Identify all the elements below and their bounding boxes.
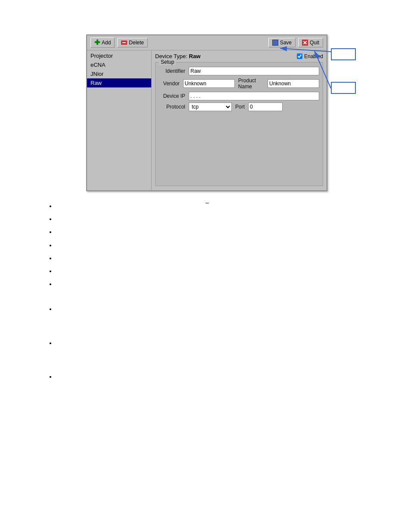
setup-group-title: Setup [159, 59, 176, 65]
save-button[interactable]: Save [268, 38, 296, 47]
device-ip-label: Device IP [159, 93, 187, 99]
bullet-list [43, 202, 345, 381]
device-type-prefix: Device Type: [155, 53, 187, 59]
add-button[interactable]: ✚ Add [90, 37, 115, 48]
device-ip-row: Device IP [159, 92, 319, 100]
setup-spacer [159, 113, 319, 182]
bullet-item-5 [56, 255, 345, 262]
list-item-ecna[interactable]: eCNA [87, 60, 151, 69]
identifier-row: Identifier [159, 67, 319, 75]
bullet-item-9 [56, 339, 345, 347]
product-name-label: Product Name [237, 78, 266, 90]
delete-icon [121, 40, 127, 45]
toolbar: ✚ Add Delete Save Quit [87, 35, 327, 50]
delete-label: Delete [129, 40, 144, 46]
device-type-header: Device Type: Raw Enabled [155, 53, 323, 59]
enabled-control: Enabled [297, 53, 323, 59]
setup-group: Setup Identifier Vendor Product Name Dev… [155, 62, 323, 186]
quit-button[interactable]: Quit [298, 38, 323, 47]
enabled-label: Enabled [304, 53, 323, 59]
identifier-input[interactable] [189, 67, 319, 75]
list-item-raw[interactable]: Raw [87, 78, 151, 87]
bullet-item-10 [56, 373, 345, 381]
annotation-box-1 [331, 48, 356, 60]
main-dialog: ✚ Add Delete Save Quit Projector eCNA [86, 34, 327, 191]
device-type-value: Raw [189, 53, 201, 59]
port-label: Port [234, 104, 246, 110]
identifier-label: Identifier [159, 68, 187, 74]
bullet-item-6 [56, 268, 345, 275]
bullet-item-1 [56, 202, 345, 210]
list-item-projector[interactable]: Projector [87, 51, 151, 60]
save-label: Save [280, 40, 292, 46]
bullet-item-8 [56, 305, 345, 313]
vendor-input[interactable] [183, 79, 235, 88]
list-item-jnior[interactable]: JNior [87, 69, 151, 78]
protocol-port-row: Protocol tcp udp Port [159, 103, 319, 111]
vendor-product-row: Vendor Product Name [159, 78, 319, 90]
quit-label: Quit [310, 40, 319, 46]
add-icon: ✚ [94, 39, 100, 46]
bullet-item-2 [56, 215, 345, 223]
bullet-item-7 [56, 280, 345, 288]
delete-button[interactable]: Delete [117, 38, 148, 47]
product-name-input[interactable] [268, 79, 319, 88]
bullet-section [43, 202, 345, 386]
protocol-label: Protocol [159, 104, 187, 110]
save-icon [272, 40, 278, 46]
enabled-checkbox[interactable] [297, 53, 302, 59]
device-type-text: Device Type: Raw [155, 53, 200, 59]
annotation-box-2 [331, 82, 356, 94]
port-input[interactable] [248, 103, 283, 111]
content-area: Projector eCNA JNior Raw Device Type: Ra… [87, 50, 327, 190]
add-label: Add [102, 40, 111, 46]
bullet-item-3 [56, 228, 345, 236]
device-ip-input[interactable] [189, 92, 319, 100]
bullet-item-4 [56, 242, 345, 249]
protocol-select[interactable]: tcp udp [189, 103, 232, 111]
vendor-label: Vendor [159, 81, 181, 87]
right-panel: Device Type: Raw Enabled Setup Identifie… [152, 50, 327, 190]
device-list: Projector eCNA JNior Raw [87, 50, 152, 190]
quit-icon [302, 40, 308, 46]
